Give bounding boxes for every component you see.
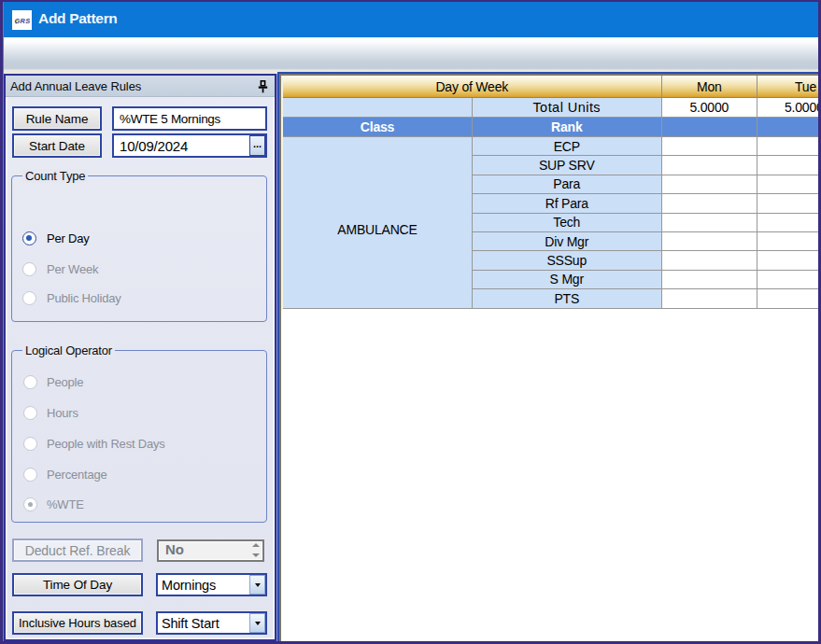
svg-text:GRS: GRS bbox=[14, 17, 30, 25]
